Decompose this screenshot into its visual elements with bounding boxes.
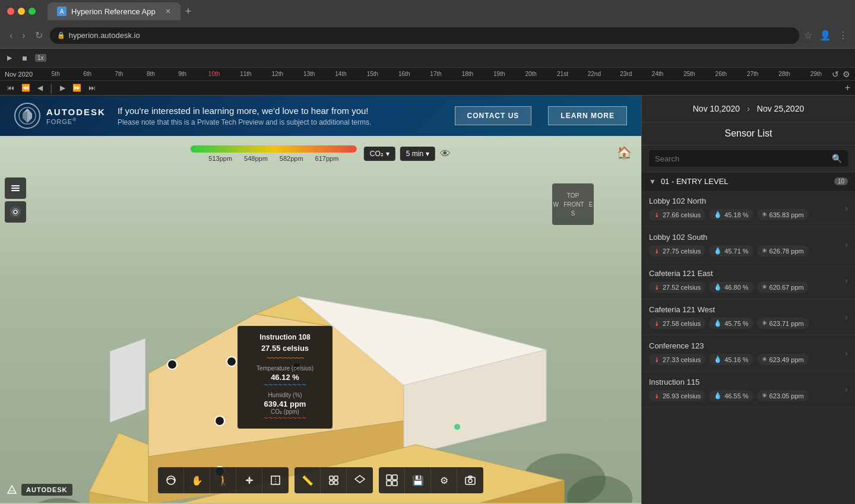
tab-close-button[interactable]: ✕ [165,7,171,15]
sensor-items-container: Lobby 102 North 🌡 27.66 celsius 💧 45.18 … [642,191,855,408]
new-tab-button[interactable]: + [185,5,192,18]
learn-more-button[interactable]: LEARN MORE [548,106,627,125]
pan-tool-button[interactable]: ✋ [184,467,210,493]
svg-point-52 [468,479,472,483]
sensor-readings-4: 🌡 27.33 celsius 💧 45.16 % ✳ 623.49 ppm [649,354,840,365]
timeline-stop-btn[interactable]: ⏹ [19,53,30,63]
legend-values: 513ppm 548ppm 582ppm 617ppm [208,155,338,162]
legend-gradient [191,145,357,153]
toolbar-icons: ☆ 👤 ⋮ [804,30,848,41]
date-25th: 25th [673,71,705,77]
explode-tool-button[interactable] [321,467,347,493]
svg-rect-26 [110,338,145,423]
banner: AUTODESK FORGE® If you're interested in … [0,96,641,136]
model-browser-button[interactable] [347,467,373,493]
first-person-tool-button[interactable]: 🚶 [210,467,236,493]
date-7th: 7th [103,71,135,77]
tl-play-btn[interactable]: ▶ [58,83,68,93]
contact-us-button[interactable]: CONTACT US [455,106,532,125]
maximize-button[interactable] [28,8,36,15]
svg-marker-37 [248,481,251,484]
date-range-bar: Nov 10,2020 › Nov 25,2020 [642,96,855,122]
compass-box: TOP W FRONT E S [552,183,594,225]
account-icon[interactable]: 👤 [819,30,831,41]
orbit-tool-button[interactable] [158,467,184,493]
left-tools [5,177,26,223]
search-input[interactable] [655,154,827,163]
timeline-play-btn[interactable]: ▶ [5,53,14,63]
temp-icon-4: 🌡 [654,356,660,363]
sensor-item-4[interactable]: Conference 123 🌡 27.33 celsius 💧 45.16 %… [642,335,855,372]
reload-button[interactable]: ↻ [33,27,45,43]
humidity-badge-0: 💧 45.18 % [709,209,753,220]
sensor-name-3: Cafeteria 121 West [649,305,840,314]
settings-button[interactable]: ⚙ [431,467,457,493]
temp-badge-0: 🌡 27.66 celsius [649,209,705,220]
group-header-entry-level[interactable]: ▼ 01 - ENTRY LEVEL 10 [642,172,855,191]
browser-tab[interactable]: A Hyperion Reference App ✕ [48,2,180,20]
co2-badge-1: ✳ 626.78 ppm [757,245,809,256]
co2-dropdown-button[interactable]: CO₂ ▾ [364,147,395,161]
measure-tool-button[interactable]: 📏 [294,467,321,493]
co2-fan-icon-0: ✳ [762,211,767,218]
date-16th: 16th [388,71,420,77]
sensor-readings-1: 🌡 27.75 celsius 💧 45.71 % ✳ 626.78 ppm [649,245,840,256]
temp-icon-1: 🌡 [654,248,660,255]
minimize-button[interactable] [18,8,25,15]
view-tools-group: 💾 ⚙ [379,467,483,493]
tl-separator: | [50,82,53,94]
tl-add-btn[interactable]: + [845,83,850,93]
sensor-item-0[interactable]: Lobby 102 North 🌡 27.66 celsius 💧 45.18 … [642,191,855,227]
time-dropdown-button[interactable]: 5 min ▾ [400,147,435,161]
section-icon [270,474,281,486]
co2-fan-icon-3: ✳ [762,319,767,327]
temp-badge-5: 🌡 26.93 celsius [649,390,705,401]
address-bar[interactable]: 🔒 hyperion.autodesk.io [50,27,799,44]
close-button[interactable] [7,8,14,15]
svg-point-30 [14,210,17,214]
hierarchy-view-button[interactable] [379,467,405,493]
bookmark-icon[interactable]: ☆ [804,30,812,41]
3d-viewer[interactable]: 🏠 TOP W FRONT E S [0,136,641,503]
signal-tool-button[interactable] [5,201,26,223]
sensor-item-1[interactable]: Lobby 102 South 🌡 27.75 celsius 💧 45.71 … [642,227,855,263]
compass-front: W FRONT E [553,201,593,208]
tl-skip-back-btn[interactable]: ⏮ [5,83,17,93]
humidity-value-0: 45.18 % [724,211,748,218]
sensor-item-2[interactable]: Cafeteria 121 East 🌡 27.52 celsius 💧 46.… [642,263,855,299]
search-input-wrap[interactable]: 🔍 [649,150,848,167]
date-29th: 29th [800,71,832,77]
zoom-tool-button[interactable] [236,467,262,493]
temp-badge-3: 🌡 27.58 celsius [649,318,705,329]
sensor-item-3[interactable]: Cafeteria 121 West 🌡 27.58 celsius 💧 45.… [642,299,855,335]
date-26th: 26th [705,71,737,77]
sensor-item-content-5: Instruction 115 🌡 26.93 celsius 💧 46.55 … [649,378,840,401]
settings-icon[interactable]: ⚙ [843,69,850,79]
temp-icon-3: 🌡 [654,320,660,327]
date-24th: 24th [642,71,673,77]
tl-back-btn[interactable]: ⏪ [19,83,33,93]
timeline-nav: ⏮ ⏪ ◀ | ▶ ⏩ ⏭ + [0,81,855,95]
tl-step-back-btn[interactable]: ◀ [35,83,45,93]
svg-rect-29 [11,185,20,186]
tl-skip-fwd-btn[interactable]: ⏭ [86,83,98,93]
layers-tool-button[interactable] [5,177,26,199]
svg-point-19 [215,416,224,426]
co2-value-3: 623.71 ppm [770,320,804,327]
sensor-readings-2: 🌡 27.52 celsius 💧 46.80 % ✳ 620.67 ppm [649,281,840,293]
screenshot-button[interactable] [457,467,483,493]
section-tool-button[interactable] [262,467,289,493]
autodesk-a-icon [7,485,17,495]
eye-toggle-button[interactable]: 👁 [440,148,451,160]
save-view-button[interactable]: 💾 [405,467,431,493]
tl-fwd-btn[interactable]: ⏩ [70,83,84,93]
navigation-tools-group: ✋ 🚶 [158,467,289,493]
sensor-item-5[interactable]: Instruction 115 🌡 26.93 celsius 💧 46.55 … [642,372,855,408]
date-5th: 5th [40,71,71,77]
forward-button[interactable]: › [20,28,27,43]
back-button[interactable]: ‹ [7,28,15,43]
menu-icon[interactable]: ⋮ [838,30,848,41]
home-icon[interactable]: 🏠 [617,145,632,160]
refresh-icon[interactable]: ↺ [832,69,839,79]
date-18th: 18th [452,71,483,77]
